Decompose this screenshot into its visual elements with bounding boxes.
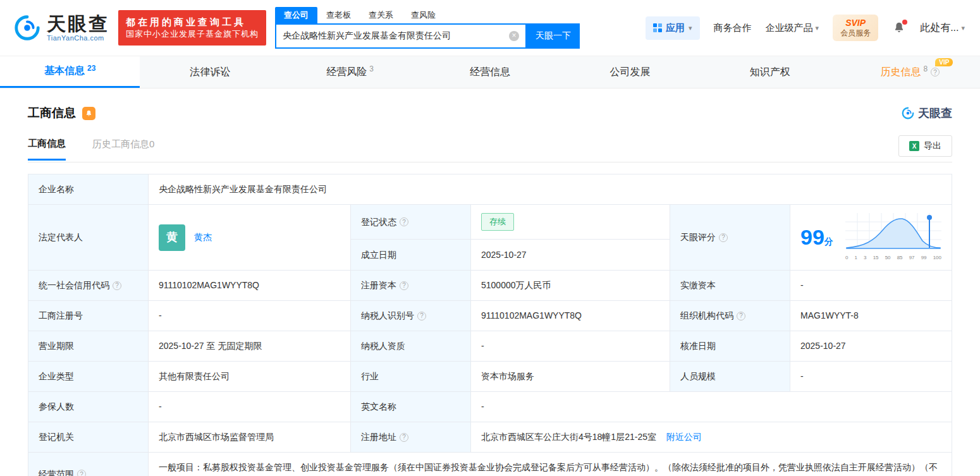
tab-label: 知识产权 — [750, 66, 790, 79]
search-tab-risk[interactable]: 查风险 — [402, 7, 444, 23]
english-name-value: - — [471, 392, 952, 422]
help-icon[interactable]: ? — [400, 433, 408, 442]
insured-count-value: - — [149, 392, 351, 422]
tab-label: 经营风险 — [326, 66, 367, 79]
help-icon[interactable]: ? — [719, 233, 728, 242]
field-label: 统一社会信用代码? — [28, 271, 149, 301]
search-area: 查公司 查老板 查关系 查风险 × 天眼一下 — [275, 7, 580, 49]
field-label: 企业名称 — [28, 174, 149, 205]
field-label: 参保人数 — [28, 392, 149, 422]
staff-size-value: - — [790, 362, 952, 392]
enterprise-products-menu[interactable]: 企业级产品 ▾ — [766, 22, 819, 34]
score-distribution-chart: 01 315 5085 9799 100 — [845, 213, 941, 262]
field-label: 登记机关 — [28, 422, 149, 453]
legal-rep-name-link[interactable]: 黄杰 — [194, 231, 212, 244]
tianyancha-watermark: 天眼查 — [901, 106, 952, 121]
field-label-text: 组织机构代码 — [680, 309, 733, 322]
table-row: 工商注册号 - 纳税人识别号? 91110102MAG1WYYT8Q 组织机构代… — [28, 301, 952, 331]
svip-membership-badge[interactable]: SVIP 会员服务 — [833, 15, 878, 42]
tab-label: 公司发展 — [609, 66, 650, 79]
subtab-history-registration[interactable]: 历史工商信息0 — [92, 138, 154, 159]
slogan-line2: 国家中小企业发展子基金旗下机构 — [126, 28, 259, 40]
table-row: 登记机关 北京市西城区市场监督管理局 注册地址? 北京市西城区车公庄大街4号18… — [28, 422, 952, 453]
tianyancha-logo[interactable]: 天眼查 TianYanCha.com — [13, 13, 109, 42]
sub-tabs: 工商信息 历史工商信息0 X 导出 — [28, 135, 952, 162]
table-row: 企业类型 其他有限责任公司 行业 资本市场服务 人员规模 - — [28, 362, 952, 392]
field-label: 企业类型 — [28, 362, 149, 392]
tab-legal-litigation[interactable]: 法律诉讼 — [140, 56, 279, 88]
business-info-table: 企业名称 央企战略性新兴产业发展基金有限责任公司 法定代表人 黄 黄杰 登记状态… — [28, 174, 952, 476]
export-label: 导出 — [924, 140, 941, 152]
help-icon[interactable]: ? — [113, 281, 121, 290]
field-label: 经营范围? — [28, 453, 149, 476]
user-account-menu[interactable]: 此处有... ▾ — [920, 21, 965, 35]
excel-icon: X — [909, 141, 919, 151]
company-nav-tabs: 基本信息 23 法律诉讼 经营风险 3 经营信息 公司发展 知识产权 VIP 历… — [0, 56, 980, 88]
reg-capital-value: 5100000万人民币 — [471, 271, 670, 301]
score-curve — [847, 219, 940, 248]
subscribe-bell-button[interactable] — [82, 107, 95, 120]
help-icon[interactable]: ? — [400, 281, 408, 290]
legal-rep-cell: 黄 黄杰 — [149, 205, 351, 271]
field-label-text: 统一社会信用代码 — [39, 279, 109, 292]
field-label: 组织机构代码? — [670, 301, 790, 331]
tab-history-info[interactable]: VIP 历史信息 8 ? — [840, 56, 980, 88]
business-term-value: 2025-10-27 至 无固定期限 — [149, 331, 351, 362]
tab-count: 8 — [923, 64, 928, 73]
field-label: 行业 — [351, 362, 471, 392]
field-label: 纳税人识别号? — [351, 301, 471, 331]
help-icon[interactable]: ? — [77, 470, 86, 476]
search-tab-company[interactable]: 查公司 — [275, 7, 317, 23]
chevron-down-icon: ▾ — [961, 24, 965, 32]
notification-dot — [902, 20, 907, 25]
enterprise-label: 企业级产品 — [766, 22, 813, 34]
export-button[interactable]: X 导出 — [898, 135, 952, 157]
brand-domain: TianYanCha.com — [47, 34, 109, 42]
search-tab-relation[interactable]: 查关系 — [360, 7, 402, 23]
nearby-companies-link[interactable]: 附近公司 — [666, 432, 702, 442]
table-row: 统一社会信用代码? 91110102MAG1WYYT8Q 注册资本? 51000… — [28, 271, 952, 301]
notification-bell[interactable] — [892, 21, 906, 35]
help-icon[interactable]: ? — [400, 217, 408, 226]
eye-logo-icon — [901, 106, 915, 120]
main-content: 工商信息 天眼查 工商信息 历史工商信息0 X 导出 — [28, 105, 952, 476]
industry-value: 资本市场服务 — [471, 362, 670, 392]
section-title: 工商信息 — [28, 105, 76, 121]
brand-name: 天眼查 — [47, 14, 109, 34]
establish-date-value: 2025-10-27 — [471, 240, 670, 271]
clear-search-icon[interactable]: × — [509, 31, 519, 41]
tab-count: 23 — [87, 64, 95, 73]
reg-address-cell: 北京市西城区车公庄大街4号18幢1层21-25室 附近公司 — [471, 422, 952, 453]
search-button[interactable]: 天眼一下 — [527, 23, 580, 49]
score-unit: 分 — [824, 236, 833, 247]
table-row: 企业名称 央企战略性新兴产业发展基金有限责任公司 — [28, 174, 952, 205]
tab-company-development[interactable]: 公司发展 — [560, 56, 700, 88]
subtab-business-registration[interactable]: 工商信息 — [28, 138, 66, 161]
tab-intellectual-property[interactable]: 知识产权 — [700, 56, 840, 88]
tab-business-info[interactable]: 经营信息 — [420, 56, 560, 88]
business-cooperation-link[interactable]: 商务合作 — [714, 22, 752, 34]
help-icon[interactable]: ? — [931, 68, 940, 76]
field-label: 实缴资本 — [670, 271, 790, 301]
tab-label: 法律诉讼 — [190, 66, 230, 79]
grid-icon — [653, 23, 662, 32]
legal-rep-avatar[interactable]: 黄 — [159, 224, 185, 251]
tab-basic-info[interactable]: 基本信息 23 — [0, 56, 140, 88]
apps-menu[interactable]: 应用 ▾ — [646, 16, 700, 40]
registration-status-cell: 存续 — [471, 205, 670, 240]
field-label: 注册资本? — [351, 271, 471, 301]
tab-operating-risk[interactable]: 经营风险 3 — [280, 56, 420, 88]
taxpayer-qualification-value: - — [471, 331, 670, 362]
business-scope-value: 一般项目：私募股权投资基金管理、创业投资基金管理服务（须在中国证券投资基金业协会… — [149, 453, 952, 476]
field-label: 英文名称 — [351, 392, 471, 422]
approved-date-value: 2025-10-27 — [790, 331, 952, 362]
help-icon[interactable]: ? — [737, 312, 745, 320]
field-label: 成立日期 — [351, 240, 471, 271]
help-icon[interactable]: ? — [417, 312, 426, 320]
field-label-text: 天眼评分 — [680, 231, 716, 244]
field-label-text: 登记状态 — [361, 216, 396, 229]
search-input[interactable] — [276, 31, 509, 41]
reg-no-value: - — [149, 301, 351, 331]
field-label: 人员规模 — [670, 362, 790, 392]
search-tab-boss[interactable]: 查老板 — [317, 7, 360, 23]
